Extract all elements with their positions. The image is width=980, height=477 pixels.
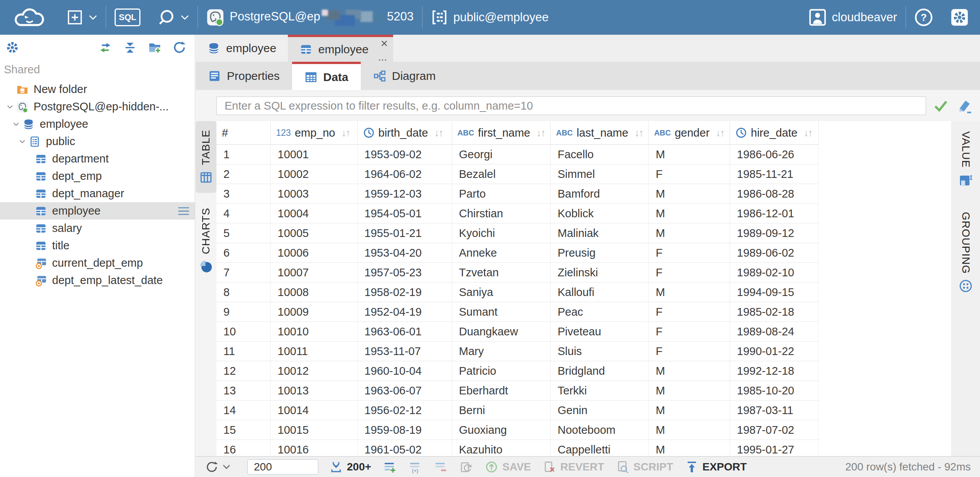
data-cell[interactable]: 10016 bbox=[270, 440, 357, 457]
row-number-cell[interactable]: 6 bbox=[216, 243, 270, 263]
data-cell[interactable]: 1985-02-18 bbox=[730, 302, 819, 322]
tree-item-dept-emp[interactable]: dept_emp bbox=[0, 167, 195, 185]
data-cell[interactable]: 10009 bbox=[270, 302, 357, 322]
chevron-down-icon[interactable] bbox=[4, 101, 16, 113]
data-cell[interactable]: 10010 bbox=[270, 322, 357, 342]
tree-item-employee[interactable]: employee bbox=[0, 115, 195, 133]
new-object-button[interactable] bbox=[58, 0, 106, 35]
data-cell[interactable]: Georgi bbox=[452, 145, 551, 164]
column-header-last-name[interactable]: ABClast_name↓↑ bbox=[551, 121, 649, 145]
tab-menu-dots-icon[interactable]: ... bbox=[378, 52, 387, 62]
data-cell[interactable]: Sluis bbox=[551, 342, 649, 361]
sql-filter-input[interactable] bbox=[216, 96, 926, 115]
tree-item-dept-manager[interactable]: dept_manager bbox=[0, 185, 195, 202]
data-cell[interactable]: Chirstian bbox=[452, 204, 551, 223]
chevron-down-icon[interactable] bbox=[16, 135, 29, 148]
apply-filter-icon[interactable] bbox=[932, 97, 949, 114]
collapse-all-icon[interactable] bbox=[123, 41, 137, 54]
data-cell[interactable]: Sumant bbox=[452, 302, 551, 322]
data-cell[interactable]: 1985-10-20 bbox=[730, 381, 819, 401]
data-cell[interactable]: 1986-08-28 bbox=[730, 184, 819, 204]
data-cell[interactable]: 1961-05-02 bbox=[357, 440, 452, 457]
row-number-cell[interactable]: 2 bbox=[216, 164, 270, 184]
tree-item-employee[interactable]: employee bbox=[0, 202, 195, 220]
row-number-cell[interactable]: 13 bbox=[216, 381, 270, 401]
data-cell[interactable]: F bbox=[649, 243, 730, 263]
chevron-down-icon[interactable] bbox=[10, 118, 22, 130]
data-cell[interactable]: Parto bbox=[452, 184, 551, 204]
column-header-first-name[interactable]: ABCfirst_name↓↑ bbox=[452, 121, 551, 145]
data-cell[interactable]: Simmel bbox=[551, 164, 649, 184]
data-cell[interactable]: M bbox=[649, 282, 730, 302]
data-cell[interactable]: Genin bbox=[551, 401, 649, 420]
data-cell[interactable]: 1964-06-02 bbox=[357, 164, 452, 184]
data-cell[interactable]: 1953-09-02 bbox=[357, 145, 452, 164]
data-cell[interactable]: 10011 bbox=[270, 342, 357, 361]
rail-tab-table[interactable]: TABLE bbox=[196, 121, 216, 193]
subtab-properties[interactable]: Properties bbox=[196, 62, 292, 90]
data-cell[interactable]: 10007 bbox=[270, 263, 357, 282]
rail-tab-charts[interactable]: CHARTS bbox=[196, 199, 216, 282]
data-cell[interactable]: 10008 bbox=[270, 282, 357, 302]
data-cell[interactable]: 10015 bbox=[270, 420, 357, 440]
row-number-cell[interactable]: 1 bbox=[216, 145, 270, 164]
data-cell[interactable]: M bbox=[649, 420, 730, 440]
column-header-gender[interactable]: ABCgender↓↑ bbox=[649, 121, 730, 145]
data-cell[interactable]: Kazuhito bbox=[452, 440, 551, 457]
editor-tab-employee-0[interactable]: employee bbox=[196, 35, 288, 62]
data-cell[interactable]: 1959-12-03 bbox=[357, 184, 452, 204]
data-cell[interactable]: Duangkaew bbox=[452, 322, 551, 342]
row-number-cell[interactable]: 5 bbox=[216, 223, 270, 243]
data-cell[interactable]: M bbox=[649, 204, 730, 223]
data-cell[interactable]: 10006 bbox=[270, 243, 357, 263]
data-cell[interactable]: Terkki bbox=[551, 381, 649, 401]
data-cell[interactable]: 1992-12-18 bbox=[730, 361, 819, 381]
data-cell[interactable]: M bbox=[649, 440, 730, 457]
tree-item-title[interactable]: title bbox=[0, 237, 195, 254]
row-menu-icon[interactable] bbox=[177, 205, 190, 217]
reload-button[interactable] bbox=[205, 460, 230, 474]
data-cell[interactable]: F bbox=[649, 164, 730, 184]
rail-tab-value[interactable]: VALUE bbox=[955, 123, 976, 196]
data-cell[interactable]: 1989-09-12 bbox=[730, 223, 819, 243]
data-cell[interactable]: 1953-04-20 bbox=[357, 243, 452, 263]
data-cell[interactable]: Bamford bbox=[551, 184, 649, 204]
column-header-hire-date[interactable]: hire_date↓↑ bbox=[730, 121, 819, 145]
sort-icon[interactable]: ↓↑ bbox=[434, 127, 443, 139]
data-cell[interactable]: Bezalel bbox=[452, 164, 551, 184]
data-cell[interactable]: M bbox=[649, 381, 730, 401]
data-cell[interactable]: 10003 bbox=[270, 184, 357, 204]
data-cell[interactable]: 10001 bbox=[270, 145, 357, 164]
data-cell[interactable]: Tzvetan bbox=[452, 263, 551, 282]
data-cell[interactable]: Nooteboom bbox=[551, 420, 649, 440]
data-cell[interactable]: M bbox=[649, 401, 730, 420]
data-cell[interactable]: 10014 bbox=[270, 401, 357, 420]
data-cell[interactable]: Preusig bbox=[551, 243, 649, 263]
data-cell[interactable]: Kalloufi bbox=[551, 282, 649, 302]
sql-editor-button[interactable]: SQL bbox=[106, 0, 149, 35]
data-cell[interactable]: 10012 bbox=[270, 361, 357, 381]
add-folder-icon[interactable] bbox=[148, 41, 162, 54]
tree-item-current-dept-emp[interactable]: current_dept_emp bbox=[0, 254, 195, 272]
data-cell[interactable]: 1957-05-23 bbox=[357, 263, 452, 282]
data-cell[interactable]: M bbox=[649, 184, 730, 204]
data-cell[interactable]: Maliniak bbox=[551, 223, 649, 243]
subtab-diagram[interactable]: Diagram bbox=[361, 62, 448, 90]
row-number-cell[interactable]: 7 bbox=[216, 263, 270, 282]
data-cell[interactable]: 1955-01-21 bbox=[357, 223, 452, 243]
clear-filter-icon[interactable] bbox=[955, 97, 972, 114]
data-cell[interactable]: 1989-08-24 bbox=[730, 322, 819, 342]
help-button[interactable]: ? bbox=[906, 0, 941, 35]
row-limit-input[interactable] bbox=[247, 459, 318, 475]
tree-item-department[interactable]: department bbox=[0, 150, 195, 167]
row-number-cell[interactable]: 16 bbox=[216, 440, 270, 457]
data-cell[interactable]: F bbox=[649, 302, 730, 322]
data-cell[interactable]: Koblick bbox=[551, 204, 649, 223]
data-cell[interactable]: Cappelletti bbox=[551, 440, 649, 457]
sort-icon[interactable]: ↓↑ bbox=[341, 127, 350, 139]
data-cell[interactable]: 1987-03-11 bbox=[730, 401, 819, 420]
row-number-cell[interactable]: 11 bbox=[216, 342, 270, 361]
add-row-button[interactable] bbox=[383, 460, 397, 474]
rail-tab-grouping[interactable]: GROUPING bbox=[955, 203, 976, 301]
sort-icon[interactable]: ↓↑ bbox=[804, 127, 812, 139]
